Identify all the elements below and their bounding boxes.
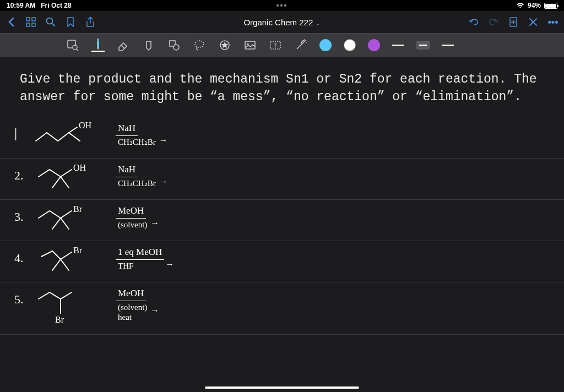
problem-number: 5.	[14, 292, 24, 307]
problem-row: | OH NaH→ CH₃CH₂Br	[0, 117, 564, 159]
reagent-conditions: MeOH→ (solvent) heat	[116, 288, 149, 322]
zoom-tool-icon[interactable]	[66, 39, 79, 52]
highlighter-tool-icon[interactable]	[142, 39, 155, 52]
svg-point-21	[247, 43, 249, 45]
ruled-lines: | OH NaH→ CH₃CH₂Br 2. OH NaH→ CH₃CH₂Br 3…	[0, 117, 564, 335]
svg-line-32	[61, 218, 69, 229]
pen-tool-icon[interactable]	[91, 39, 105, 52]
svg-point-18	[195, 41, 204, 47]
problem-row: 4. Br 1 eq MeOH→ THF	[0, 241, 564, 282]
svg-point-12	[73, 45, 77, 50]
shape-tool-icon[interactable]	[167, 39, 181, 52]
reagent-conditions: NaH→ CH₃CH₂Br	[116, 164, 158, 188]
share-icon[interactable]	[85, 17, 96, 28]
battery-icon	[544, 3, 557, 9]
svg-line-13	[77, 49, 78, 51]
svg-line-30	[61, 211, 72, 218]
problem-number: |	[14, 125, 17, 141]
eraser-tool-icon[interactable]	[117, 39, 130, 52]
svg-line-36	[61, 259, 69, 270]
status-time: 10:59 AM	[7, 2, 35, 9]
svg-line-34	[61, 252, 72, 259]
reagent-conditions: NaH→ CH₃CH₂Br	[116, 123, 158, 146]
svg-rect-3	[32, 23, 35, 26]
search-icon[interactable]	[45, 17, 56, 28]
lasso-tool-icon[interactable]	[193, 39, 206, 52]
problem-number: 4.	[14, 251, 24, 265]
svg-line-26	[61, 170, 72, 177]
add-page-icon[interactable]	[508, 17, 519, 28]
close-icon[interactable]	[528, 17, 539, 28]
grid-icon[interactable]	[25, 17, 36, 28]
document-title[interactable]: Organic Chem 222	[243, 18, 320, 27]
laser-tool-icon[interactable]	[294, 39, 307, 52]
question-text: Give the product and the mechanism Sn1 o…	[0, 57, 564, 117]
more-icon[interactable]: •••	[547, 17, 558, 28]
substrate-structure: OH	[33, 163, 94, 196]
home-indicator[interactable]	[205, 386, 359, 389]
svg-text:Br: Br	[73, 246, 83, 255]
nav-bar: Organic Chem 222 •••	[0, 11, 564, 33]
status-bar: 10:59 AM Fri Oct 28 ••• 94%	[0, 0, 564, 11]
color-white[interactable]	[344, 39, 356, 51]
svg-text:T: T	[274, 42, 277, 48]
problem-row: 3. Br MeOH→ (solvent)	[0, 200, 564, 241]
redo-icon[interactable]	[488, 17, 499, 28]
reagent-conditions: MeOH→ (solvent)	[116, 205, 149, 229]
stroke-thin[interactable]	[392, 45, 404, 46]
svg-line-24	[69, 127, 77, 133]
document-canvas[interactable]: Give the product and the mechanism Sn1 o…	[0, 57, 564, 392]
status-date: Fri Oct 28	[41, 2, 71, 9]
problem-row: 2. OH NaH→ CH₃CH₂Br	[0, 159, 564, 200]
battery-pct: 94%	[528, 2, 541, 9]
svg-rect-0	[26, 18, 30, 21]
problem-row: 5. Br MeOH→ (solvent) heat	[0, 282, 564, 335]
stroke-thick[interactable]	[442, 45, 454, 46]
svg-line-5	[52, 24, 55, 26]
back-icon[interactable]	[6, 17, 17, 28]
color-purple[interactable]	[368, 39, 380, 51]
annotation-toolbar: T	[0, 33, 564, 57]
svg-line-15	[121, 45, 124, 48]
svg-text:Br: Br	[73, 204, 83, 214]
reagent-conditions: 1 eq MeOH→ THF	[116, 247, 164, 270]
svg-line-28	[61, 177, 69, 188]
stroke-medium[interactable]	[416, 41, 430, 50]
svg-rect-2	[26, 23, 30, 26]
menu-dots-icon[interactable]: •••	[276, 1, 288, 10]
sticker-tool-icon[interactable]	[218, 39, 231, 52]
svg-text:OH: OH	[79, 122, 92, 130]
undo-icon[interactable]	[468, 17, 479, 28]
svg-text:Br: Br	[55, 315, 64, 324]
color-cyan[interactable]	[319, 39, 332, 51]
substrate-structure: Br	[33, 287, 94, 328]
substrate-structure: Br	[33, 246, 94, 279]
substrate-structure: Br	[33, 204, 94, 237]
text-tool-icon[interactable]: T	[269, 39, 282, 52]
substrate-structure: OH	[33, 122, 94, 146]
problem-number: 3.	[14, 210, 24, 224]
wifi-icon	[516, 3, 524, 9]
svg-rect-1	[32, 18, 35, 21]
bookmark-icon[interactable]	[65, 17, 76, 28]
svg-point-17	[173, 45, 179, 50]
svg-line-27	[52, 177, 61, 188]
problem-number: 2.	[14, 168, 24, 183]
image-tool-icon[interactable]	[243, 39, 257, 52]
svg-line-31	[52, 218, 61, 229]
svg-line-35	[52, 259, 61, 270]
svg-text:OH: OH	[73, 163, 86, 172]
